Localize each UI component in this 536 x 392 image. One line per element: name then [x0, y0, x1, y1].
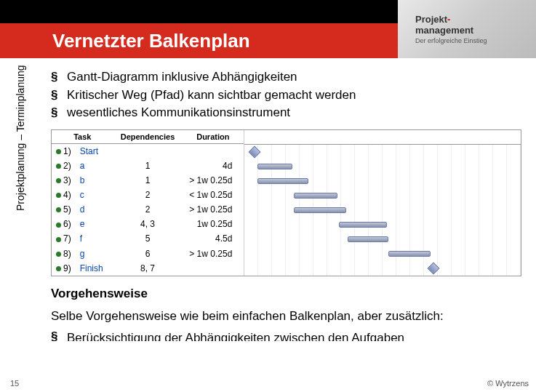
- table-row: 2)a14d: [52, 159, 244, 173]
- row-dot-icon: [56, 252, 61, 257]
- row-dot-icon: [56, 178, 61, 183]
- task-duration: < 1w 0.25d: [182, 188, 244, 202]
- task-name: g: [79, 247, 113, 261]
- bullet-list: Gantt-Diagramm inklusive Abhängigkeiten …: [51, 68, 521, 122]
- row-dot-icon: [56, 266, 61, 271]
- task-duration: 4d: [182, 159, 244, 173]
- gantt-bar: [348, 236, 388, 242]
- task-name: Start: [79, 143, 113, 158]
- row-dot-icon: [56, 207, 61, 212]
- logo-line1: Projekt-: [415, 14, 536, 25]
- task-duration: > 1w 0.25d: [182, 247, 244, 261]
- logo-word-projekt: Projekt: [415, 14, 447, 25]
- gantt-bar: [388, 251, 431, 257]
- table-row: 1)Start: [52, 143, 244, 158]
- task-duration: 4.5d: [182, 231, 244, 246]
- milestone-icon: [428, 262, 440, 274]
- gantt-timeline-header: [244, 130, 521, 145]
- task-duration: [182, 261, 244, 276]
- row-index: 1): [52, 143, 79, 158]
- task-dependencies: 2: [113, 188, 183, 202]
- procedure-text: Selbe Vorgehensweise wie beim einfachen …: [51, 308, 521, 325]
- row-index: 5): [52, 202, 79, 217]
- task-name: f: [79, 231, 113, 246]
- table-row: 5)d2> 1w 0.25d: [52, 202, 244, 217]
- slide-content: Gantt-Diagramm inklusive Abhängigkeiten …: [0, 58, 536, 341]
- bullet-item: Gantt-Diagramm inklusive Abhängigkeiten: [51, 68, 521, 87]
- gantt-table: Task Dependencies Duration 1)Start2)a14d…: [52, 130, 244, 276]
- row-dot-icon: [56, 164, 61, 169]
- brand-logo: Projekt- management Der erfolgreiche Ein…: [398, 0, 536, 58]
- row-index: 8): [52, 247, 79, 261]
- table-row: 4)c2< 1w 0.25d: [52, 188, 244, 202]
- logo-dash: -: [447, 14, 450, 25]
- gantt-bar: [257, 178, 308, 184]
- row-index: 6): [52, 217, 79, 231]
- table-row: 3)b1> 1w 0.25d: [52, 173, 244, 188]
- task-dependencies: [113, 143, 183, 158]
- gantt-bars: [244, 145, 521, 276]
- row-dot-icon: [56, 237, 61, 242]
- row-dot-icon: [56, 223, 61, 228]
- task-dependencies: 5: [113, 231, 183, 246]
- gantt-bar: [339, 222, 387, 228]
- logo-line2: management: [415, 25, 536, 36]
- task-name: a: [79, 159, 113, 173]
- milestone-icon: [249, 145, 261, 158]
- table-row: 8)g6> 1w 0.25d: [52, 247, 244, 261]
- col-dependencies: Dependencies: [113, 130, 183, 144]
- task-duration: > 1w 0.25d: [182, 202, 244, 217]
- table-row: 7)f54.5d: [52, 231, 244, 246]
- task-name: e: [79, 217, 113, 231]
- task-dependencies: 2: [113, 202, 183, 217]
- row-index: 2): [52, 159, 79, 173]
- task-dependencies: 1: [113, 173, 183, 188]
- row-index: 3): [52, 173, 79, 188]
- copyright: © Wytrzens: [487, 379, 529, 388]
- task-dependencies: 4, 3: [113, 217, 183, 231]
- table-row: 6)e4, 31w 0.25d: [52, 217, 244, 231]
- col-task: Task: [52, 130, 113, 144]
- col-duration: Duration: [182, 130, 244, 144]
- gantt-bar: [294, 207, 346, 213]
- task-duration: > 1w 0.25d: [182, 173, 244, 188]
- row-index: 4): [52, 188, 79, 202]
- procedure-bullet-cut: Berücksichtigung der Abhängigkeiten zwis…: [51, 331, 521, 341]
- gantt-bar: [294, 193, 337, 199]
- page-number: 15: [10, 379, 19, 388]
- task-name: c: [79, 188, 113, 202]
- task-dependencies: 1: [113, 159, 183, 173]
- task-name: d: [79, 202, 113, 217]
- task-duration: 1w 0.25d: [182, 217, 244, 231]
- logo-tagline: Der erfolgreiche Einstieg: [415, 37, 536, 44]
- task-dependencies: 8, 7: [113, 261, 183, 276]
- task-dependencies: 6: [113, 247, 183, 261]
- bullet-item: wesentliches Kommunikationsinstrument: [51, 104, 521, 122]
- title-bar: Vernetzter Balkenplan Projekt- managemen…: [0, 23, 536, 58]
- page-title: Vernetzter Balkenplan: [52, 30, 250, 52]
- procedure-heading: Vorgehensweise: [51, 287, 521, 301]
- gantt-chart-area: [244, 130, 521, 276]
- row-dot-icon: [56, 193, 61, 198]
- task-duration: [182, 143, 244, 158]
- bullet-item: Kritischer Weg (Pfad) kann sichtbar gema…: [51, 87, 521, 105]
- row-dot-icon: [56, 149, 61, 154]
- row-index: 7): [52, 231, 79, 246]
- table-row: 9)Finish8, 7: [52, 261, 244, 276]
- task-name: b: [79, 173, 113, 188]
- gantt-bar: [257, 164, 292, 169]
- row-index: 9): [52, 261, 79, 276]
- gantt-diagram: Task Dependencies Duration 1)Start2)a14d…: [51, 129, 521, 276]
- task-name: Finish: [79, 261, 113, 276]
